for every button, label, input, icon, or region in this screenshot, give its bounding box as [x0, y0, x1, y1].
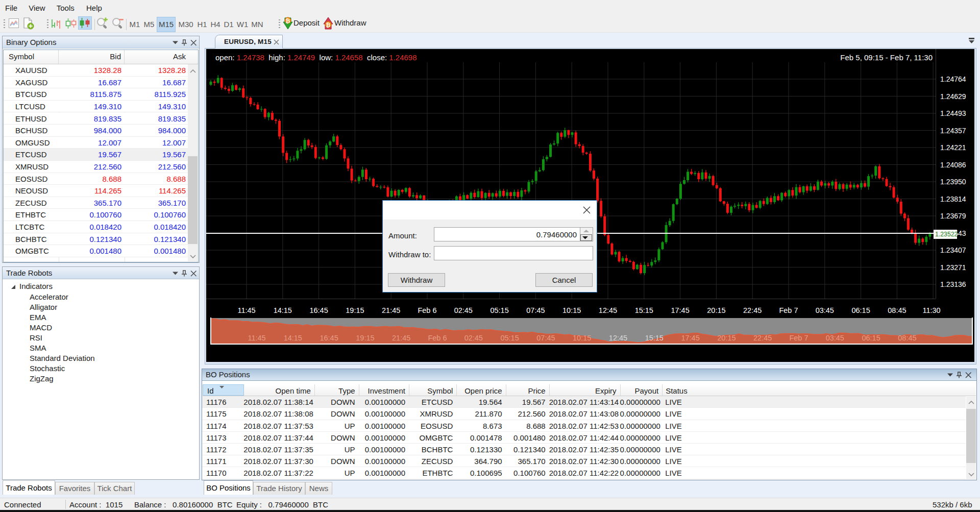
- svg-text:11:30: 11:30: [922, 306, 940, 314]
- svg-text:1.24357: 1.24357: [940, 127, 966, 135]
- svg-text:11:45: 11:45: [248, 334, 265, 342]
- svg-text:19:15: 19:15: [346, 306, 364, 314]
- svg-text:16:45: 16:45: [309, 306, 328, 314]
- svg-text:₿: ₿: [326, 22, 331, 28]
- svg-text:open: 1.24738 high: 1.24749: open: 1.24738 high: 1.24749 low: 1.24658…: [215, 53, 417, 62]
- svg-text:11:45: 11:45: [237, 306, 255, 314]
- svg-text:03:45: 03:45: [816, 306, 834, 314]
- svg-text:02:45: 02:45: [454, 306, 473, 314]
- svg-text:1.24086: 1.24086: [940, 161, 966, 169]
- svg-text:06:15: 06:15: [862, 334, 880, 342]
- svg-text:02:45: 02:45: [464, 334, 483, 342]
- svg-text:06:15: 06:15: [851, 306, 870, 314]
- svg-text:Feb 5, 09:15 - Feb 7, 11:30: Feb 5, 09:15 - Feb 7, 11:30: [840, 53, 933, 62]
- svg-text:1.23522: 1.23522: [935, 231, 958, 238]
- svg-text:12:45: 12:45: [609, 334, 627, 342]
- svg-text:05:15: 05:15: [490, 306, 508, 314]
- svg-text:1.24629: 1.24629: [940, 92, 966, 101]
- svg-text:16:45: 16:45: [320, 334, 338, 342]
- svg-text:21:45: 21:45: [382, 306, 400, 314]
- svg-text:1.23136: 1.23136: [940, 280, 966, 288]
- svg-text:20:15: 20:15: [707, 306, 725, 314]
- svg-text:14:15: 14:15: [284, 334, 302, 342]
- svg-text:03:45: 03:45: [826, 334, 844, 342]
- svg-text:1.23679: 1.23679: [940, 212, 966, 220]
- svg-text:1.24493: 1.24493: [940, 109, 966, 117]
- svg-text:20:15: 20:15: [717, 334, 736, 342]
- svg-text:₿: ₿: [286, 18, 290, 24]
- svg-text:10:15: 10:15: [562, 306, 581, 314]
- svg-text:08:45: 08:45: [898, 334, 916, 342]
- svg-text:15:15: 15:15: [635, 306, 653, 314]
- svg-text:1.23407: 1.23407: [940, 246, 966, 254]
- svg-text:15:15: 15:15: [645, 334, 664, 342]
- svg-text:08:45: 08:45: [888, 306, 906, 314]
- svg-text:Feb 6: Feb 6: [418, 306, 436, 314]
- svg-text:19:15: 19:15: [356, 334, 374, 342]
- svg-text:Feb 6: Feb 6: [428, 334, 447, 342]
- svg-text:05:15: 05:15: [500, 334, 519, 342]
- svg-text:07:45: 07:45: [526, 306, 545, 314]
- svg-text:14:15: 14:15: [274, 306, 292, 314]
- svg-text:Feb 7: Feb 7: [779, 306, 798, 314]
- svg-text:1.24764: 1.24764: [940, 75, 966, 83]
- svg-text:10:15: 10:15: [573, 334, 591, 342]
- svg-text:1.24221: 1.24221: [940, 143, 966, 152]
- svg-text:1.23814: 1.23814: [940, 195, 966, 203]
- svg-text:17:45: 17:45: [681, 334, 699, 342]
- svg-text:22:45: 22:45: [753, 334, 772, 342]
- svg-text:07:45: 07:45: [536, 334, 555, 342]
- svg-text:12:45: 12:45: [599, 306, 617, 314]
- svg-text:22:45: 22:45: [743, 306, 762, 314]
- svg-text:17:45: 17:45: [671, 306, 689, 314]
- svg-text:21:45: 21:45: [392, 334, 410, 342]
- svg-text:1.23950: 1.23950: [940, 178, 966, 186]
- svg-text:Feb 7: Feb 7: [789, 334, 808, 342]
- svg-text:1.23271: 1.23271: [940, 263, 966, 272]
